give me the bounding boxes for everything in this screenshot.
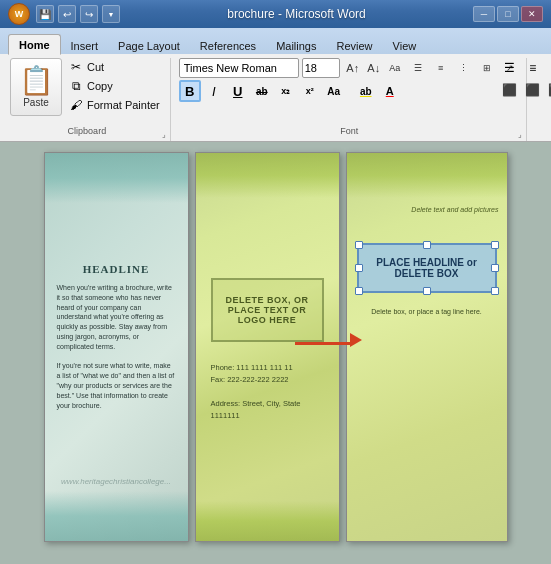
- arrow-head: [350, 333, 362, 347]
- tab-references[interactable]: References: [190, 36, 266, 55]
- italic-icon: I: [212, 84, 216, 99]
- format-painter-button[interactable]: 🖌 Format Painter: [65, 96, 164, 114]
- cut-button[interactable]: ✂ Cut: [65, 58, 164, 76]
- highlight-icon: ab: [360, 86, 372, 97]
- bold-button[interactable]: B: [179, 80, 201, 102]
- cut-icon: ✂: [69, 60, 83, 74]
- quick-access-toolbar: 💾 ↩ ↪ ▼: [36, 5, 120, 23]
- left-headline: HEADLINE: [83, 263, 150, 275]
- headline-box[interactable]: PLACE HEADLINE or DELETE BOX: [357, 243, 497, 293]
- tab-insert[interactable]: Insert: [61, 36, 109, 55]
- tab-mailings[interactable]: Mailings: [266, 36, 326, 55]
- brochure-middle-panel[interactable]: DELETE BOX, OR PLACE TEXT OR LOGO HERE P…: [195, 152, 340, 542]
- align-center-button[interactable]: ⬛: [522, 80, 544, 100]
- brochure-left-panel[interactable]: HEADLINE When you're writing a brochure,…: [44, 152, 189, 542]
- font-size-select[interactable]: [302, 58, 340, 78]
- handle-top-left[interactable]: [355, 241, 363, 249]
- handle-bottom-right[interactable]: [491, 287, 499, 295]
- subscript-button[interactable]: x₂: [275, 80, 297, 102]
- handle-top-middle[interactable]: [423, 241, 431, 249]
- handle-middle-right[interactable]: [491, 264, 499, 272]
- arrow-line: [295, 342, 350, 345]
- save-qat-button[interactable]: 💾: [36, 5, 54, 23]
- close-button[interactable]: ✕: [521, 6, 543, 22]
- superscript-button[interactable]: x²: [299, 80, 321, 102]
- format-painter-icon: 🖌: [69, 98, 83, 112]
- handle-bottom-middle[interactable]: [423, 287, 431, 295]
- numbering-button[interactable]: ≡: [522, 58, 544, 78]
- clipboard-expand-icon[interactable]: ⌟: [162, 130, 166, 139]
- minimize-button[interactable]: ─: [473, 6, 495, 22]
- ribbon: 📋 Paste ✂ Cut ⧉ Copy 🖌 Format Painter: [0, 54, 551, 142]
- underline-button[interactable]: U: [227, 80, 249, 102]
- highlight-button[interactable]: ab: [355, 80, 377, 102]
- restore-button[interactable]: □: [497, 6, 519, 22]
- decrease-font-size-button[interactable]: A↓: [364, 58, 384, 78]
- phone-info: Phone: 111 1111 111 11: [211, 362, 324, 374]
- list-button-2[interactable]: ≡: [431, 58, 451, 78]
- handle-top-right[interactable]: [491, 241, 499, 249]
- copy-label: Copy: [87, 80, 113, 92]
- arrow-indicator: [295, 337, 350, 340]
- font-color-button[interactable]: A: [379, 80, 401, 102]
- font-expand-icon[interactable]: ⌟: [518, 130, 522, 139]
- list-button-3[interactable]: ⋮: [454, 58, 474, 78]
- tab-home[interactable]: Home: [8, 34, 61, 55]
- para-group-label: Parag: [535, 124, 551, 139]
- right-delete-box-bottom: Delete box, or place a tag line here.: [357, 308, 497, 315]
- paste-button[interactable]: 📋 Paste: [10, 58, 62, 116]
- right-delete-text-top: Delete text and add pictures: [355, 206, 499, 213]
- para-row2: ⬛ ⬛ ⬛ ⬛ ↕ ▦: [499, 80, 551, 100]
- para-row1: ☰ ≡ ⊞ ⇤ ⇥ ↕ ¶: [499, 58, 551, 78]
- undo-qat-button[interactable]: ↩: [58, 5, 76, 23]
- font-group: A↑ A↓ Aa ☰ ≡ ⋮ ⊞ ↗ B I U: [173, 58, 527, 141]
- italic-button[interactable]: I: [203, 80, 225, 102]
- brochure-right-panel[interactable]: Delete text and add pictures PLACE HEADL…: [346, 152, 508, 542]
- clear-format-icon: Aa: [327, 86, 340, 97]
- para-content: ☰ ≡ ⊞ ⇤ ⇥ ↕ ¶ ⬛ ⬛ ⬛ ⬛ ↕ ▦: [499, 58, 551, 124]
- bullets-button[interactable]: ☰: [499, 58, 521, 78]
- font-name-select[interactable]: [179, 58, 299, 78]
- increase-font-size-button[interactable]: A↑: [343, 58, 363, 78]
- copy-button[interactable]: ⧉ Copy: [65, 77, 164, 95]
- clear-format-button[interactable]: Aa: [323, 80, 345, 102]
- middle-panel-content: DELETE BOX, OR PLACE TEXT OR LOGO HERE P…: [196, 153, 339, 541]
- qat-dropdown[interactable]: ▼: [102, 5, 120, 23]
- clipboard-small-buttons: ✂ Cut ⧉ Copy 🖌 Format Painter: [65, 58, 164, 114]
- redo-qat-button[interactable]: ↪: [80, 5, 98, 23]
- middle-delete-box-text: DELETE BOX, OR PLACE TEXT OR LOGO HERE: [221, 295, 314, 325]
- cut-label: Cut: [87, 61, 104, 73]
- document-area: HEADLINE When you're writing a brochure,…: [0, 142, 551, 564]
- left-body-text: When you're writing a brochure, write it…: [57, 283, 176, 410]
- align-left-button[interactable]: ⬛: [499, 80, 521, 100]
- multilevel-list-button[interactable]: ⊞: [545, 58, 551, 78]
- middle-delete-box[interactable]: DELETE BOX, OR PLACE TEXT OR LOGO HERE: [211, 278, 324, 342]
- format-painter-label: Format Painter: [87, 99, 160, 111]
- address-info: Address: Street, City, State 1111111: [211, 398, 324, 422]
- strikethrough-button[interactable]: ab: [251, 80, 273, 102]
- paragraph-group: ☰ ≡ ⊞ ⇤ ⇥ ↕ ¶ ⬛ ⬛ ⬛ ⬛ ↕ ▦: [529, 58, 551, 141]
- paste-icon: 📋: [19, 67, 54, 95]
- align-right-button[interactable]: ⬛: [545, 80, 551, 100]
- tab-page-layout[interactable]: Page Layout: [108, 36, 190, 55]
- contact-info: Phone: 111 1111 111 11 Fax: 222-222-222 …: [211, 362, 324, 422]
- office-button[interactable]: W: [8, 3, 30, 25]
- font-size-extra[interactable]: Aa: [385, 58, 405, 78]
- fax-info: Fax: 222-222-222 2222: [211, 374, 324, 386]
- font-group-label: Font: [179, 124, 520, 139]
- left-bottom-ornament: [45, 491, 188, 541]
- clipboard-group-label: Clipboard: [10, 124, 164, 139]
- font-size-buttons: A↑ A↓ Aa: [343, 58, 405, 78]
- tab-review[interactable]: Review: [326, 36, 382, 55]
- paste-label: Paste: [23, 97, 49, 108]
- tab-view[interactable]: View: [383, 36, 427, 55]
- superscript-icon: x²: [306, 86, 314, 96]
- strikethrough-icon: ab: [256, 86, 268, 97]
- list-button[interactable]: ☰: [408, 58, 428, 78]
- list-button-4[interactable]: ⊞: [477, 58, 497, 78]
- middle-bottom-ornament: [196, 501, 339, 541]
- handle-bottom-left[interactable]: [355, 287, 363, 295]
- font-content: A↑ A↓ Aa ☰ ≡ ⋮ ⊞ ↗ B I U: [179, 58, 520, 124]
- font-row1: A↑ A↓ Aa ☰ ≡ ⋮ ⊞ ↗: [179, 58, 520, 78]
- handle-middle-left[interactable]: [355, 264, 363, 272]
